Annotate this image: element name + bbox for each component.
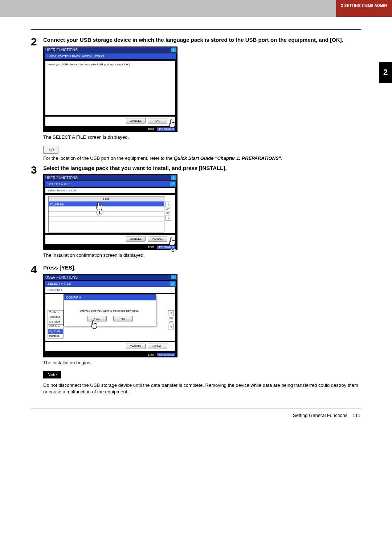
step-heading: Connect your USB storage device in which…: [43, 36, 361, 44]
step-3: 3 Select the language pack that you want…: [31, 165, 361, 261]
no-button[interactable]: NO: [113, 316, 133, 321]
step-number: 3: [31, 165, 42, 261]
files-header: Files: [49, 197, 164, 202]
file-row[interactable]: [49, 212, 164, 217]
dialog-title: CONFIRM: [64, 295, 156, 300]
side-chapter-tab: 2: [379, 62, 392, 83]
tip-label: Tip: [43, 146, 58, 154]
footer-section: Setting General Functions: [293, 413, 347, 418]
step-number: 4: [31, 264, 42, 398]
step-result-text: The installation begins.: [43, 360, 361, 366]
dialog-message: Are you sure you want to install the new…: [64, 300, 156, 316]
device-message: Insert your USB device into the copier U…: [45, 61, 175, 68]
device-screenshot-2: USER FUNCTIONS ? SELECT A FILE ? Select …: [43, 174, 177, 250]
yes-button[interactable]: YES: [87, 316, 107, 321]
device-time: 11:03: [148, 353, 154, 356]
device-title: USER FUNCTIONS: [45, 176, 78, 180]
scroll-down-icon[interactable]: ∨: [168, 324, 174, 329]
help-icon[interactable]: ?: [171, 275, 176, 279]
jobstatus-button[interactable]: JOB STATUS: [157, 246, 175, 249]
device-info: Select the f: [45, 287, 175, 293]
install-button[interactable]: INSTALL: [148, 344, 167, 349]
step-number: 2: [31, 36, 42, 162]
step-heading: Press [YES].: [43, 264, 361, 271]
help-icon[interactable]: ?: [171, 48, 176, 52]
ok-button[interactable]: OK: [148, 118, 167, 123]
page-footer: Setting General Functions 111: [31, 413, 361, 418]
rule-top: [31, 29, 361, 30]
tip-text: For the location of the USB port on the …: [43, 155, 361, 162]
note-label: Note: [43, 371, 61, 378]
file-row[interactable]: [49, 207, 164, 212]
step-heading: Select the language pack that you want t…: [43, 165, 361, 172]
cancel-button[interactable]: CANCEL: [126, 118, 146, 123]
file-row[interactable]: [49, 227, 164, 232]
step-result-text: The SELECT A FILE screen is displayed.: [43, 134, 361, 141]
header-chapter-tab: 2 SETTING ITEMS ADMIN: [336, 0, 392, 17]
device-title: USER FUNCTIONS: [45, 48, 78, 52]
file-row[interactable]: [49, 217, 164, 222]
cancel-button[interactable]: CANCEL: [126, 344, 146, 349]
cancel-button[interactable]: CANCEL: [126, 236, 146, 242]
device-subbar: SELECT A FILE: [48, 182, 71, 186]
confirm-dialog: CONFIRM Are you sure you want to install…: [64, 294, 156, 326]
header-bar: 2 SETTING ITEMS ADMIN: [0, 0, 392, 17]
device-subbar: SELECT A FILE: [48, 282, 71, 285]
help-icon[interactable]: ?: [170, 182, 175, 186]
file-row[interactable]: [49, 222, 164, 227]
step-result-text: The installation confirmation screen is …: [43, 252, 361, 259]
step-2: 2 Connect your USB storage device in whi…: [31, 36, 361, 162]
rule-bottom: [31, 409, 361, 409]
device-subbar: LOCALIZATION PACK INSTALLATION: [45, 53, 176, 59]
device-info: Select the file to install.: [45, 188, 175, 193]
jobstatus-button[interactable]: JOB STATUS: [157, 353, 175, 356]
footer-page-number: 111: [352, 413, 360, 418]
file-row-selected[interactable]: en_GB.zip: [49, 202, 164, 207]
scroll-down-icon[interactable]: ∨: [166, 215, 171, 221]
help-icon[interactable]: ?: [171, 175, 176, 180]
device-time: 10:57: [148, 128, 154, 130]
device-screenshot-3: USER FUNCTIONS ? SELECT A FILE ? Select …: [43, 274, 177, 357]
install-button[interactable]: INSTALL: [148, 236, 167, 242]
device-time: 12:03: [148, 246, 154, 248]
jobstatus-button[interactable]: JOB STATUS: [157, 127, 175, 131]
help-icon[interactable]: ?: [170, 281, 175, 286]
scroll-up-icon[interactable]: ∧: [166, 202, 171, 207]
device-title: USER FUNCTIONS: [45, 275, 78, 279]
note-text: Do not disconnect the USB storage device…: [43, 382, 361, 395]
step-4: 4 Press [YES]. USER FUNCTIONS ? SELECT A…: [31, 264, 361, 398]
device-screenshot-1: USER FUNCTIONS ? LOCALIZATION PACK INSTA…: [43, 46, 177, 132]
file-list-partial: .Trashes ReadMe.t .DS_Store MFP Scre en_…: [48, 310, 64, 339]
scroll-up-icon[interactable]: ∧: [168, 310, 174, 316]
